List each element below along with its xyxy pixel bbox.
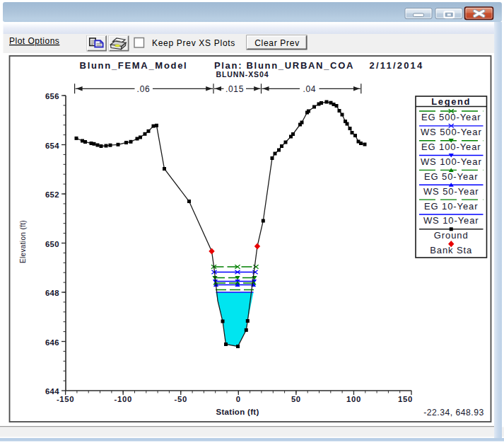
svg-text:EG 500-Year: EG 500-Year — [421, 112, 481, 122]
svg-text:650: 650 — [45, 240, 59, 248]
svg-text:Keep Prev XS Plots: Keep Prev XS Plots — [152, 38, 235, 48]
svg-text:Legend: Legend — [431, 96, 471, 107]
svg-text:Plot Options: Plot Options — [9, 36, 59, 46]
svg-text:EG 50-Year: EG 50-Year — [424, 171, 478, 182]
svg-text:Clear Prev: Clear Prev — [254, 38, 300, 48]
svg-text:WS 50-Year: WS 50-Year — [423, 186, 479, 197]
svg-text:648: 648 — [45, 289, 59, 297]
svg-text:50: 50 — [291, 395, 301, 403]
svg-text:BLUNN-XS04: BLUNN-XS04 — [216, 70, 269, 79]
svg-text:.06: .06 — [137, 84, 151, 94]
svg-text:0: 0 — [236, 395, 241, 403]
svg-text:WS 10-Year: WS 10-Year — [423, 215, 479, 226]
svg-text:654: 654 — [45, 142, 59, 150]
svg-text:2/11/2014: 2/11/2014 — [370, 60, 424, 71]
svg-text:Plan: Blunn_URBAN_COA: Plan: Blunn_URBAN_COA — [214, 60, 354, 71]
svg-text:Station (ft): Station (ft) — [216, 408, 259, 416]
svg-text:.04: .04 — [303, 84, 316, 94]
svg-text:WS 500-Year: WS 500-Year — [421, 127, 482, 137]
svg-text:100: 100 — [346, 395, 361, 403]
svg-text:-22.34, 648.93: -22.34, 648.93 — [423, 408, 484, 418]
svg-text:646: 646 — [45, 338, 59, 347]
svg-text:-50: -50 — [175, 395, 187, 403]
svg-text:EG 10-Year: EG 10-Year — [424, 201, 478, 212]
svg-text:Bank Sta: Bank Sta — [430, 245, 472, 255]
svg-text:652: 652 — [45, 190, 59, 199]
svg-text:EG 100-Year: EG 100-Year — [421, 142, 481, 152]
svg-text:Ground: Ground — [434, 230, 469, 241]
svg-text:Elevation (ft): Elevation (ft) — [19, 220, 27, 263]
svg-text:656: 656 — [45, 92, 59, 100]
svg-text:150: 150 — [398, 395, 413, 403]
svg-text:.015: .015 — [225, 84, 244, 94]
svg-text:-100: -100 — [114, 395, 131, 403]
svg-text:Blunn_FEMA_Model: Blunn_FEMA_Model — [80, 60, 188, 71]
svg-text:-150: -150 — [57, 395, 74, 403]
svg-text:WS 100-Year: WS 100-Year — [421, 156, 482, 167]
